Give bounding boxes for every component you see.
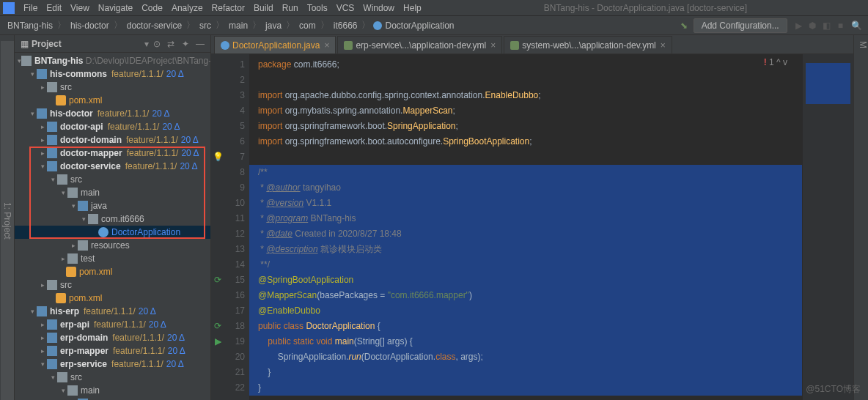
menu-code[interactable]: Code [137, 1, 167, 15]
tab-doctor-application[interactable]: DoctorApplication.java× [214, 36, 336, 53]
menu-analyze[interactable]: Analyze [167, 1, 207, 15]
menu-window[interactable]: Window [358, 1, 399, 15]
crumb-8[interactable]: DoctorApplication [383, 21, 455, 31]
hide-icon[interactable]: — [196, 39, 205, 49]
close-icon[interactable]: × [490, 40, 496, 51]
editor-area: DoctorApplication.java× erp-service\...\… [211, 35, 853, 400]
menu-run[interactable]: Run [278, 1, 303, 15]
watermark: @51CTO博客 [806, 383, 861, 396]
crumb-0[interactable]: BNTang-his [6, 21, 54, 31]
select-opened-icon[interactable]: ⊙ [153, 39, 161, 49]
window-title: BNTang-his - DoctorApplication.java [doc… [426, 3, 865, 13]
crumb-4[interactable]: main [227, 21, 249, 31]
menu-bar: File Edit View Navigate Code Analyze Ref… [0, 0, 868, 16]
menu-tools[interactable]: Tools [303, 1, 332, 15]
crumb-5[interactable]: java [264, 21, 283, 31]
project-panel-header: ▦ Project ▾ ⊙ ⇄ ✦ — [15, 35, 210, 53]
class-icon [373, 21, 382, 30]
menu-navigate[interactable]: Navigate [94, 1, 137, 15]
project-panel: ▦ Project ▾ ⊙ ⇄ ✦ — ▾BNTang-his D:\Devlo… [15, 35, 211, 400]
crumb-2[interactable]: doctor-service [125, 21, 183, 31]
crumb-6[interactable]: com [298, 21, 317, 31]
editor-status: ! 1 ^ v [764, 57, 787, 67]
menu-view[interactable]: View [66, 1, 94, 15]
line-gutter: 1234567💡89101112131415⟳161718⟳ ▶19▶20212… [211, 54, 249, 400]
code-editor[interactable]: 1234567💡89101112131415⟳161718⟳ ▶19▶20212… [211, 54, 853, 400]
debug-icon[interactable]: ⬢ [809, 21, 816, 31]
navigation-bar: BNTang-his〉 his-doctor〉 doctor-service〉 … [0, 16, 868, 35]
run-icon[interactable]: ▶ [795, 21, 802, 31]
expand-icon[interactable]: ⇄ [167, 39, 174, 49]
tree-selected: DoctorApplication [15, 226, 210, 239]
menu-refactor[interactable]: Refactor [207, 1, 249, 15]
menu-build[interactable]: Build [249, 1, 278, 15]
right-tool-strip: M [853, 35, 868, 400]
crumb-1[interactable]: his-doctor [69, 21, 111, 31]
search-icon[interactable]: 🔍 [851, 21, 862, 31]
minimap[interactable] [802, 54, 853, 400]
settings-icon[interactable]: ✦ [182, 39, 189, 49]
close-icon[interactable]: × [661, 40, 666, 51]
menu-vcs[interactable]: VCS [332, 1, 359, 15]
editor-tabs: DoctorApplication.java× erp-service\...\… [211, 35, 853, 54]
add-configuration-button[interactable]: Add Configuration... [694, 18, 787, 33]
build-icon[interactable]: ⬊ [680, 21, 688, 31]
ide-logo-icon [3, 2, 15, 14]
coverage-icon[interactable]: ◧ [823, 21, 831, 31]
close-icon[interactable]: × [324, 40, 329, 51]
project-icon: ▦ [21, 39, 29, 49]
run-toolbar: ▶ ⬢ ◧ ■ [793, 21, 845, 31]
tool-tab-m[interactable]: M [858, 41, 868, 400]
crumb-3[interactable]: src [198, 21, 213, 31]
menu-edit[interactable]: Edit [42, 1, 66, 15]
tab-erp-yml[interactable]: erp-service\...\application-dev.yml× [337, 36, 502, 53]
tool-tab-project[interactable]: 1: Project [1, 41, 14, 400]
crumb-7[interactable]: it6666 [332, 21, 359, 31]
tool-tab-commit[interactable]: 2: Commit [0, 41, 1, 400]
menu-file[interactable]: File [19, 1, 42, 15]
stop-icon[interactable]: ■ [838, 21, 843, 31]
project-tree[interactable]: ▾BNTang-his D:\Devlop\IDEAProject\BNTang… [15, 53, 210, 400]
code-content[interactable]: package com.it6666; import org.apache.du… [249, 54, 802, 400]
left-tool-strip: 1: Project 2: Commit [0, 35, 15, 400]
menu-help[interactable]: Help [399, 1, 426, 15]
project-panel-title: Project [32, 39, 144, 49]
tab-system-yml[interactable]: system-web\...\application-dev.yml× [504, 36, 672, 53]
